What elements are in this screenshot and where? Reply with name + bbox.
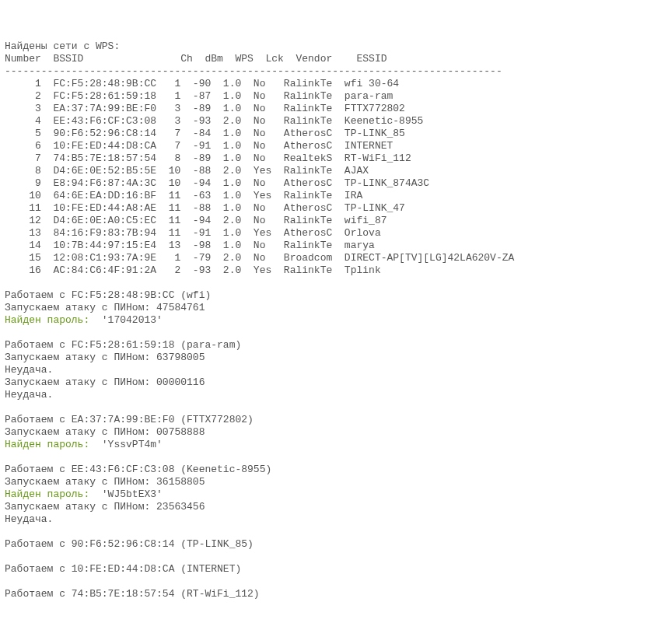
log-line: Работаем с EA:37:7A:99:BE:F0 (FTTX772802… [5,414,663,426]
separator-line: ----------------------------------------… [5,65,663,78]
log-line: Работаем с FC:F5:28:61:59:18 (para-ram) [5,339,663,352]
blank-line [5,576,663,588]
network-row: 5 90:F6:52:96:C8:14 7 -84 1.0 No Atheros… [5,128,663,140]
network-row: 11 10:FE:ED:44:A8:AE 11 -88 1.0 No Ather… [5,202,663,215]
success-label: Найден пароль: [5,488,89,500]
success-value: 'YssvPT4m' [89,439,163,450]
network-row: 13 84:16:F9:83:7B:94 11 -91 1.0 Yes Athe… [5,227,663,240]
network-row: 3 EA:37:7A:99:BE:F0 3 -89 1.0 No RalinkT… [5,103,663,115]
log-line: Работаем с FC:F5:28:48:9B:CC (wfi) [5,289,663,302]
log-line: Работаем с EE:43:F6:CF:C3:08 (Keenetic-8… [5,464,663,476]
network-row: 9 E8:94:F6:87:4A:3C 10 -94 1.0 No Athero… [5,177,663,190]
network-row: 15 12:08:C1:93:7A:9E 1 -79 2.0 No Broadc… [5,252,663,264]
success-label: Найден пароль: [5,439,89,450]
columns-line: Number BSSID Ch dBm WPS Lck Vendor ESSID [5,53,663,65]
log-line: Запускаем атаку с ПИНом: 23563456 [5,501,663,513]
blank-line [5,526,663,538]
success-line: Найден пароль: '17042013' [5,314,663,327]
success-label: Найден пароль: [5,314,89,326]
success-value: '17042013' [89,314,163,326]
log-line: Запускаем атаку с ПИНом: 47584761 [5,302,663,314]
network-row: 16 AC:84:C6:4F:91:2A 2 -93 2.0 Yes Ralin… [5,264,663,277]
blank-line [5,327,663,339]
log-line: Работаем с 90:F6:52:96:C8:14 (TP-LINK_85… [5,538,663,551]
blank-line [5,451,663,464]
log-line: Запускаем атаку с ПИНом: 00000116 [5,376,663,389]
log-line: Запускаем атаку с ПИНом: 00758888 [5,426,663,439]
log-line: Запускаем атаку с ПИНом: 36158805 [5,476,663,488]
blank-line [5,277,663,289]
log-line: Работаем с 74:B5:7E:18:57:54 (RT-WiFi_11… [5,588,663,600]
success-line: Найден пароль: 'YssvPT4m' [5,439,663,451]
network-row: 8 D4:6E:0E:52:B5:5E 10 -88 2.0 Yes Ralin… [5,165,663,177]
network-row: 12 D4:6E:0E:A0:C5:EC 11 -94 2.0 No Ralin… [5,215,663,227]
network-row: 10 64:6E:EA:DD:16:BF 11 -63 1.0 Yes Rali… [5,190,663,202]
log-line: Неудача. [5,364,663,376]
network-row: 7 74:B5:7E:18:57:54 8 -89 1.0 No Realtek… [5,152,663,165]
network-row: 2 FC:F5:28:61:59:18 1 -87 1.0 No RalinkT… [5,90,663,103]
log-line: Неудача. [5,389,663,401]
success-line: Найден пароль: 'WJ5btEX3' [5,488,663,501]
log-line: Неудача. [5,513,663,526]
network-row: 1 FC:F5:28:48:9B:CC 1 -90 1.0 No RalinkT… [5,78,663,90]
success-value: 'WJ5btEX3' [89,488,163,500]
terminal-output: Найдены сети с WPS:Number BSSID Ch dBm W… [5,40,663,600]
log-line: Запускаем атаку с ПИНом: 63798005 [5,352,663,364]
network-row: 6 10:FE:ED:44:D8:CA 7 -91 1.0 No Atheros… [5,140,663,152]
network-row: 4 EE:43:F6:CF:C3:08 3 -93 2.0 No RalinkT… [5,115,663,128]
network-row: 14 10:7B:44:97:15:E4 13 -98 1.0 No Ralin… [5,240,663,252]
header-line: Найдены сети с WPS: [5,40,663,53]
log-line: Работаем с 10:FE:ED:44:D8:CA (INTERNET) [5,563,663,576]
blank-line [5,401,663,414]
blank-line [5,551,663,563]
